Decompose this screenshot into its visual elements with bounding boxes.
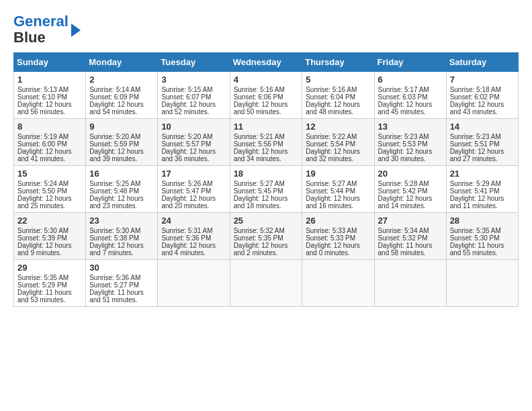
day-info-line: Sunrise: 5:25 AM xyxy=(89,180,154,187)
day-info-line: Sunset: 6:07 PM xyxy=(161,93,226,101)
day-info-line: Daylight: 12 hours xyxy=(450,148,515,155)
day-info-line: Sunset: 5:47 PM xyxy=(161,187,226,195)
day-number: 11 xyxy=(234,122,299,132)
calendar-cell: 28Sunrise: 5:35 AMSunset: 5:30 PMDayligh… xyxy=(446,213,518,260)
day-info-line: Daylight: 12 hours xyxy=(161,242,226,249)
day-info-line: Daylight: 12 hours xyxy=(306,242,370,249)
day-info-line: and 55 minutes. xyxy=(450,249,515,257)
day-info-line: and 56 minutes. xyxy=(17,108,82,116)
day-number: 30 xyxy=(89,263,154,273)
day-info-line: Daylight: 12 hours xyxy=(306,195,370,202)
day-info-line: Sunset: 6:00 PM xyxy=(17,140,82,148)
calendar-cell: 13Sunrise: 5:23 AMSunset: 5:53 PMDayligh… xyxy=(374,119,446,166)
calendar-cell: 30Sunrise: 5:36 AMSunset: 5:27 PMDayligh… xyxy=(86,260,158,307)
day-info-line: Sunrise: 5:23 AM xyxy=(450,133,515,140)
logo-text: GeneralBlue xyxy=(13,13,69,46)
day-info-line: Sunset: 5:59 PM xyxy=(89,140,154,148)
day-info-line: Sunrise: 5:27 AM xyxy=(234,180,299,187)
day-info-line: and 0 minutes. xyxy=(306,249,370,257)
day-info-line: Sunset: 5:44 PM xyxy=(306,187,370,195)
day-info-line: Sunset: 5:32 PM xyxy=(378,234,443,242)
day-info-line: Sunset: 5:42 PM xyxy=(378,187,443,195)
day-info-line: and 7 minutes. xyxy=(89,249,154,257)
calendar-cell: 29Sunrise: 5:35 AMSunset: 5:29 PMDayligh… xyxy=(14,260,86,307)
day-info-line: and 30 minutes. xyxy=(378,155,443,163)
day-info-line: Sunset: 6:06 PM xyxy=(234,93,299,101)
day-info-line: Daylight: 12 hours xyxy=(17,242,82,249)
day-info-line: Sunrise: 5:14 AM xyxy=(89,86,154,93)
day-number: 6 xyxy=(378,75,443,85)
day-number: 8 xyxy=(17,122,82,132)
day-number: 1 xyxy=(17,75,82,85)
weekday-header-saturday: Saturday xyxy=(446,53,518,72)
day-info-line: Sunrise: 5:26 AM xyxy=(161,180,226,187)
day-info-line: Daylight: 12 hours xyxy=(161,195,226,202)
weekday-header-tuesday: Tuesday xyxy=(158,53,230,72)
day-number: 24 xyxy=(161,216,226,226)
day-info-line: and 53 minutes. xyxy=(17,296,82,304)
calendar-cell: 22Sunrise: 5:30 AMSunset: 5:39 PMDayligh… xyxy=(14,213,86,260)
calendar-cell: 8Sunrise: 5:19 AMSunset: 6:00 PMDaylight… xyxy=(14,119,86,166)
day-info-line: Sunset: 5:29 PM xyxy=(17,281,82,289)
day-info-line: Daylight: 12 hours xyxy=(378,195,443,202)
day-info-line: Sunrise: 5:19 AM xyxy=(17,133,82,140)
calendar-header-row: SundayMondayTuesdayWednesdayThursdayFrid… xyxy=(14,53,519,72)
day-number: 25 xyxy=(234,216,299,226)
day-number: 3 xyxy=(161,75,226,85)
day-info-line: and 25 minutes. xyxy=(17,202,82,210)
calendar-cell: 7Sunrise: 5:18 AMSunset: 6:02 PMDaylight… xyxy=(446,72,518,119)
day-info-line: Sunrise: 5:32 AM xyxy=(234,227,299,234)
weekday-header-sunday: Sunday xyxy=(14,53,86,72)
day-info-line: Daylight: 11 hours xyxy=(17,289,82,296)
day-info-line: and 36 minutes. xyxy=(161,155,226,163)
calendar-cell xyxy=(230,260,302,307)
day-number: 15 xyxy=(17,169,82,179)
day-info-line: and 14 minutes. xyxy=(378,202,443,210)
day-info-line: Sunset: 5:53 PM xyxy=(378,140,443,148)
calendar-cell: 19Sunrise: 5:27 AMSunset: 5:44 PMDayligh… xyxy=(302,166,374,213)
day-number: 26 xyxy=(306,216,370,226)
day-number: 28 xyxy=(450,216,515,226)
calendar-cell: 11Sunrise: 5:21 AMSunset: 5:56 PMDayligh… xyxy=(230,119,302,166)
day-info-line: and 11 minutes. xyxy=(450,202,515,210)
day-info-line: and 48 minutes. xyxy=(306,108,370,116)
weekday-header-friday: Friday xyxy=(374,53,446,72)
day-info-line: Sunset: 5:33 PM xyxy=(306,234,370,242)
day-info-line: Sunset: 5:51 PM xyxy=(450,140,515,148)
day-info-line: Sunset: 5:36 PM xyxy=(161,234,226,242)
day-info-line: Sunset: 6:04 PM xyxy=(306,93,370,101)
day-info-line: and 43 minutes. xyxy=(450,108,515,116)
day-number: 23 xyxy=(89,216,154,226)
day-info-line: Sunrise: 5:29 AM xyxy=(450,180,515,187)
day-info-line: Sunrise: 5:15 AM xyxy=(161,86,226,93)
day-info-line: Daylight: 12 hours xyxy=(234,242,299,249)
day-info-line: Sunrise: 5:20 AM xyxy=(161,133,226,140)
calendar-cell: 9Sunrise: 5:20 AMSunset: 5:59 PMDaylight… xyxy=(86,119,158,166)
day-info-line: Sunrise: 5:23 AM xyxy=(378,133,443,140)
day-info-line: and 4 minutes. xyxy=(161,249,226,257)
day-info-line: Daylight: 12 hours xyxy=(89,101,154,108)
calendar-cell: 16Sunrise: 5:25 AMSunset: 5:48 PMDayligh… xyxy=(86,166,158,213)
day-info-line: Sunset: 6:09 PM xyxy=(89,93,154,101)
calendar-week-row: 22Sunrise: 5:30 AMSunset: 5:39 PMDayligh… xyxy=(14,213,519,260)
calendar-cell: 5Sunrise: 5:16 AMSunset: 6:04 PMDaylight… xyxy=(302,72,374,119)
day-info-line: Daylight: 12 hours xyxy=(17,195,82,202)
day-number: 7 xyxy=(450,75,515,85)
logo: GeneralBlue xyxy=(13,13,81,46)
day-info-line: Sunset: 5:45 PM xyxy=(234,187,299,195)
day-info-line: Sunrise: 5:35 AM xyxy=(17,274,82,281)
day-number: 4 xyxy=(234,75,299,85)
day-info-line: Daylight: 12 hours xyxy=(378,148,443,155)
day-info-line: and 45 minutes. xyxy=(378,108,443,116)
day-info-line: Sunset: 5:56 PM xyxy=(234,140,299,148)
day-number: 10 xyxy=(161,122,226,132)
day-info-line: and 54 minutes. xyxy=(89,108,154,116)
day-number: 27 xyxy=(378,216,443,226)
calendar-table: SundayMondayTuesdayWednesdayThursdayFrid… xyxy=(13,52,519,307)
day-info-line: Daylight: 12 hours xyxy=(17,101,82,108)
day-info-line: Daylight: 12 hours xyxy=(234,148,299,155)
day-info-line: Sunset: 5:41 PM xyxy=(450,187,515,195)
calendar-cell xyxy=(374,260,446,307)
day-info-line: Sunset: 5:48 PM xyxy=(89,187,154,195)
calendar-cell: 12Sunrise: 5:22 AMSunset: 5:54 PMDayligh… xyxy=(302,119,374,166)
